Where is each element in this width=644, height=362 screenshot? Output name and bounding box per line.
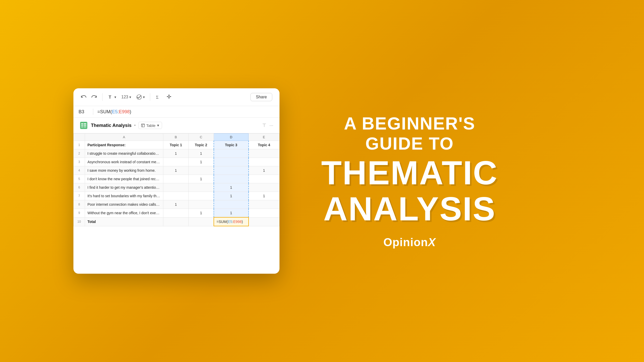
col-header-E[interactable]: E	[249, 134, 279, 141]
thematic-line: THEMATIC	[321, 156, 498, 189]
cell-A1[interactable]: Participant Response:	[85, 141, 163, 149]
row-num-3: 3	[74, 158, 85, 166]
cell-E7[interactable]: 1	[249, 192, 279, 200]
cell-A6[interactable]: I find it harder to get my manager's att…	[85, 183, 163, 192]
cell-D4[interactable]	[214, 166, 249, 175]
magic-button[interactable]	[166, 94, 172, 100]
cell-B9[interactable]	[163, 209, 189, 218]
toolbar: T ▾ 123 ▾ ▾ Σ	[73, 88, 279, 106]
cell-D8[interactable]	[214, 200, 249, 209]
cell-B4[interactable]: 1	[163, 166, 189, 175]
cell-E9[interactable]	[249, 209, 279, 218]
cell-E10[interactable]	[249, 217, 279, 226]
cell-C5[interactable]: 1	[189, 175, 214, 183]
cell-E3[interactable]	[249, 158, 279, 166]
formula-bar: B3 =SUM(E5:E998)	[73, 106, 279, 118]
cell-A10[interactable]: Total	[85, 217, 163, 226]
cell-E8[interactable]	[249, 200, 279, 209]
undo-button[interactable]	[81, 94, 86, 100]
cell-D1[interactable]: Topic 3	[214, 141, 249, 149]
divider-1	[102, 93, 103, 101]
cell-D9[interactable]: 1	[214, 209, 249, 218]
cell-A2[interactable]: I struggle to create meaningful collabor…	[85, 149, 163, 158]
text-format-button[interactable]: T ▾	[108, 94, 116, 100]
table-label: Table	[146, 123, 156, 128]
cell-B2[interactable]: 1	[163, 149, 189, 158]
col-header-empty	[74, 134, 85, 141]
cell-C4[interactable]	[189, 166, 214, 175]
cell-C7[interactable]	[189, 192, 214, 200]
svg-text:T: T	[109, 95, 111, 99]
cell-E1[interactable]: Topic 4	[249, 141, 279, 149]
cell-D10[interactable]: =SUM(E5:E998)	[214, 217, 249, 226]
cell-C10[interactable]	[189, 217, 214, 226]
svg-rect-5	[84, 123, 86, 124]
opinionx-logo: OpinionX	[383, 236, 436, 249]
table-row: 8 Poor internet connection makes video c…	[74, 200, 279, 209]
column-headers-row: A B C D E	[74, 134, 279, 141]
table-row: 9 Without the gym near the office, I don…	[74, 209, 279, 218]
cell-A7[interactable]: It's hard to set boundaries with my fami…	[85, 192, 163, 200]
cell-A9[interactable]: Without the gym near the office, I don't…	[85, 209, 163, 218]
cell-B6[interactable]	[163, 183, 189, 192]
cell-B8[interactable]: 1	[163, 200, 189, 209]
col-header-C[interactable]: C	[189, 134, 214, 141]
cell-A4[interactable]: I save more money by working from home.	[85, 166, 163, 175]
cell-A8[interactable]: Poor internet connection makes video cal…	[85, 200, 163, 209]
page-wrapper: T ▾ 123 ▾ ▾ Σ	[0, 0, 644, 362]
cell-C9[interactable]: 1	[189, 209, 214, 218]
row-num-6: 6	[74, 183, 85, 192]
number-format-button[interactable]: 123 ▾	[121, 95, 131, 99]
guide-line-2-text: GUIDE TO	[365, 134, 454, 153]
filter-icon[interactable]: ⊤	[262, 123, 266, 128]
cell-C6[interactable]	[189, 183, 214, 192]
thematic-text: THEMATIC	[321, 154, 498, 192]
cell-B3[interactable]	[163, 158, 189, 166]
analysis-line: ANALYSIS	[323, 192, 496, 226]
table-row: 5 I don't know the new people that joine…	[74, 175, 279, 183]
cell-B1[interactable]: Topic 1	[163, 141, 189, 149]
check-format-button[interactable]: ▾	[136, 94, 145, 100]
sheet-icon	[80, 121, 88, 130]
cell-D5[interactable]	[214, 175, 249, 183]
formula-start: =SUM(	[97, 109, 112, 114]
col-header-D[interactable]: D	[214, 134, 249, 141]
cell-D7[interactable]: 1	[214, 192, 249, 200]
redo-button[interactable]	[91, 94, 97, 100]
cell-B10[interactable]	[163, 217, 189, 226]
cell-A3[interactable]: Asynchronous work instead of constant me…	[85, 158, 163, 166]
sum-button[interactable]: Σ	[155, 94, 161, 100]
cell-E5[interactable]	[249, 175, 279, 183]
cell-E6[interactable]	[249, 183, 279, 192]
share-button[interactable]: Share	[250, 93, 272, 101]
svg-text:Σ: Σ	[156, 95, 158, 100]
more-options-icon[interactable]: ···	[269, 123, 273, 128]
cell-C3[interactable]: 1	[189, 158, 214, 166]
row-num-4: 4	[74, 166, 85, 175]
svg-rect-10	[141, 124, 145, 127]
col-header-A[interactable]: A	[85, 134, 163, 141]
table-row: 2 I struggle to create meaningful collab…	[74, 149, 279, 158]
cell-E2[interactable]	[249, 149, 279, 158]
cell-E4[interactable]: 1	[249, 166, 279, 175]
cell-C2[interactable]: 1	[189, 149, 214, 158]
table-row: 1 Participant Response: Topic 1 Topic 2 …	[74, 141, 279, 149]
cell-B5[interactable]	[163, 175, 189, 183]
table-chevron: ▾	[157, 123, 159, 128]
svg-rect-6	[81, 125, 83, 126]
table-row: 4 I save more money by working from home…	[74, 166, 279, 175]
sheet-title: Thematic Analysis	[91, 123, 131, 128]
cell-D2[interactable]	[214, 149, 249, 158]
col-header-B[interactable]: B	[163, 134, 189, 141]
formula-cell-end: E998	[119, 109, 130, 114]
check-chevron: ▾	[143, 95, 145, 99]
cell-D6[interactable]: 1	[214, 183, 249, 192]
guide-line-1: A BEGINNER'S	[344, 113, 475, 133]
cell-A5[interactable]: I don't know the new people that joined …	[85, 175, 163, 183]
table-badge[interactable]: Table ▾	[138, 122, 162, 129]
cell-C1[interactable]: Topic 2	[189, 141, 214, 149]
cell-D3[interactable]	[214, 158, 249, 166]
cell-B7[interactable]	[163, 192, 189, 200]
cell-C8[interactable]	[189, 200, 214, 209]
text-chevron: ▾	[114, 95, 116, 99]
